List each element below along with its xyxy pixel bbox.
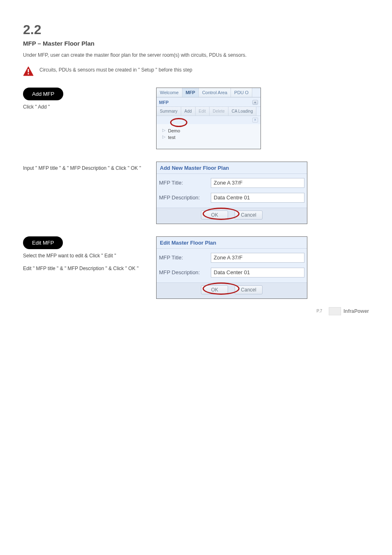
cancel-button[interactable]: Cancel (235, 210, 262, 220)
edit-mfp-pill: Edit MFP (23, 236, 63, 249)
add-mfp-instr: Click " Add " (23, 104, 146, 111)
label-mfp-title: MFP Title: (159, 180, 211, 186)
subtab-caloading[interactable]: CA Loading (228, 107, 257, 116)
subtab-add[interactable]: Add (181, 107, 196, 116)
warning-icon (23, 66, 34, 76)
svg-rect-1 (28, 73, 29, 74)
input-mfp-title[interactable] (211, 178, 304, 188)
tab-control-area[interactable]: Control Area (199, 88, 231, 97)
page-number: P.7 (316, 309, 322, 313)
close-icon[interactable]: × (252, 118, 258, 123)
intro-text: Under MFP, user can create the master fl… (23, 52, 369, 59)
label-mfp-desc: MFP Description: (159, 269, 211, 275)
panel-subhead: MFP (159, 100, 168, 105)
edit-dialog: Edit Master Floor Plan MFP Title: MFP De… (156, 236, 307, 299)
input-mfp-desc[interactable] (211, 268, 304, 278)
tree-item-demo[interactable]: ▷Demo (162, 127, 256, 134)
tree-expand-icon: ▷ (162, 128, 166, 132)
section-title: MFP – Master Floor Plan (23, 40, 369, 47)
section-number: 2.2 (23, 22, 369, 37)
add-dialog: Add New Master Floor Plan MFP Title: MFP… (156, 162, 307, 224)
label-mfp-desc: MFP Description: (159, 194, 211, 201)
input-mfp-desc[interactable] (211, 193, 304, 203)
tree-expand-icon: ▷ (162, 134, 166, 139)
add-mfp-pill: Add MFP (23, 88, 63, 100)
add-dialog-instr: Input " MFP title " & " MFP Description … (23, 165, 146, 172)
dialog-title: Add New Master Floor Plan (157, 162, 307, 174)
dialog-title: Edit Master Floor Plan (157, 237, 307, 249)
input-mfp-title[interactable] (211, 253, 304, 263)
svg-rect-0 (28, 69, 29, 72)
warning-text: Circuits, PDUs & sensors must be created… (39, 67, 192, 73)
edit-mfp-instr: Select the MFP want to edit & Click " Ed… (23, 252, 146, 259)
ok-button[interactable]: OK (201, 210, 228, 220)
subtab-edit: Edit (196, 107, 210, 116)
tab-pdu[interactable]: PDU O (231, 88, 252, 97)
subtab-delete: Delete (210, 107, 228, 116)
tab-welcome[interactable]: Welcome (157, 88, 182, 97)
edit-dialog-instr: Edit " MFP title " & " MFP Description "… (23, 265, 146, 272)
tree-item-test[interactable]: ▷test (162, 134, 256, 141)
mfp-panel-image: Welcome MFP Control Area PDU O MFP « Sum… (156, 88, 261, 149)
ok-button[interactable]: OK (201, 285, 228, 294)
tab-mfp[interactable]: MFP (182, 88, 199, 97)
label-mfp-title: MFP Title: (159, 254, 211, 261)
collapse-icon[interactable]: « (252, 100, 258, 105)
footer-logo: InfraPower (329, 307, 369, 315)
cancel-button[interactable]: Cancel (235, 285, 262, 294)
logo-icon (329, 307, 341, 315)
subtab-summary[interactable]: Summary (157, 107, 181, 116)
